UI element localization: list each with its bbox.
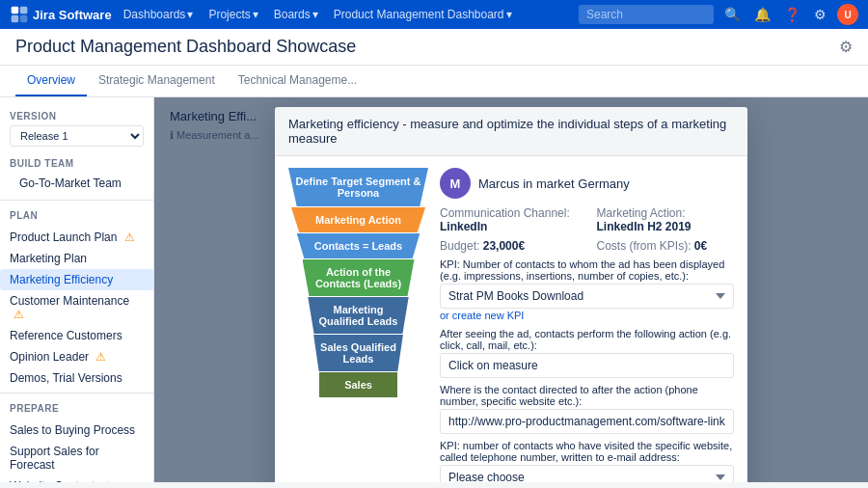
page-settings-button[interactable]: ⚙: [839, 38, 853, 56]
main-layout: VERSION Release 1 BUILD TEAM Go-To-Marke…: [0, 97, 868, 482]
sidebar-version-label: VERSION: [10, 111, 144, 122]
funnel-step-1: Define Target Segment & Persona: [288, 168, 428, 206]
form-section: M Marcus in market Germany Communication…: [440, 168, 734, 482]
sidebar-item-reference-customers[interactable]: Reference Customers: [0, 325, 153, 346]
modal-header: Marketing efficiency - measure and optim…: [275, 107, 747, 156]
modal-body: Define Target Segment & Persona Marketin…: [275, 156, 747, 482]
subnav-overview[interactable]: Overview: [15, 66, 87, 96]
nav-boards[interactable]: Boards ▾: [270, 8, 322, 21]
action-input[interactable]: [440, 353, 734, 378]
subnav-strategic[interactable]: Strategic Management: [87, 66, 227, 96]
user-avatar[interactable]: U: [837, 4, 858, 25]
funnel-step-4: Action of the Contacts (Leads): [303, 259, 415, 296]
sidebar-item-demos[interactable]: Demos, Trial Versions: [0, 367, 153, 389]
sidebar-item-marketing-efficiency[interactable]: Marketing Efficiency: [0, 269, 153, 290]
subnav-technical[interactable]: Technical Manageme...: [227, 66, 368, 96]
nav-dashboards[interactable]: Dashboards ▾: [120, 8, 198, 21]
top-navigation: Jira Software Dashboards ▾ Projects ▾ Bo…: [0, 0, 868, 29]
help-icon[interactable]: ❓: [781, 7, 803, 22]
sidebar-buildteam-section: BUILD TEAM Go-To-Market Team: [0, 152, 153, 196]
svg-rect-0: [12, 7, 19, 14]
website-label: Where is the contact directed to after t…: [440, 384, 734, 407]
kpi-contacts-label: KPI: Number of contacts to whom the ad h…: [440, 258, 734, 282]
sidebar-version-select[interactable]: Release 1: [10, 125, 144, 147]
funnel-step-7: Sales: [319, 372, 397, 397]
funnel-step-3: Contacts = Leads: [297, 233, 420, 258]
modal-overlay: Marketing efficiency - measure and optim…: [154, 97, 868, 482]
modal-content-row: Define Target Segment & Persona Marketin…: [288, 168, 734, 482]
sidebar-version-section: VERSION Release 1: [0, 105, 153, 152]
content-area: Marketing Effi... ℹ Measurement a... Mar…: [154, 97, 868, 482]
svg-rect-3: [20, 15, 28, 23]
budget-costs-row: Budget: 23,000€ Costs (from KPIs): 0€: [440, 239, 734, 253]
comm-channel-field: Communication Channel: LinkedIn: [440, 206, 578, 233]
modal-title: Marketing efficiency - measure and optim…: [288, 117, 726, 146]
sidebar-item-customer-maintenance[interactable]: Customer Maintenance ⚠: [0, 290, 153, 325]
svg-rect-1: [20, 7, 28, 14]
nav-product-dashboard[interactable]: Product Management Dashboard ▾: [330, 8, 516, 21]
kpi-contacts-create-link[interactable]: or create new KPI: [440, 310, 524, 321]
search-icon[interactable]: 🔍: [721, 7, 744, 22]
funnel-diagram: Define Target Segment & Persona Marketin…: [288, 168, 428, 482]
notifications-icon[interactable]: 🔔: [751, 7, 773, 22]
sidebar-item-marketing-plan[interactable]: Marketing Plan: [0, 248, 153, 269]
kpi-contacts-select[interactable]: Strat PM Books Download: [440, 284, 734, 309]
sub-navigation: Overview Strategic Management Technical …: [0, 66, 868, 97]
kpi-website-label: KPI: number of contacts who have visited…: [440, 440, 734, 463]
user-name: Marcus in market Germany: [478, 176, 630, 191]
svg-rect-2: [12, 15, 19, 23]
funnel-step-6: Sales Qualified Leads: [313, 335, 403, 371]
sidebar-plan-label: PLAN: [10, 210, 144, 221]
sidebar-item-support-sales[interactable]: Support Sales for Forecast: [0, 441, 153, 475]
sidebar-buildteam-label: BUILD TEAM: [10, 158, 144, 169]
sidebar-prepare-label: PREPARE: [10, 403, 144, 414]
marketing-action-field: Marketing Action: LinkedIn H2 2019: [597, 206, 735, 233]
app-name: Jira Software: [33, 8, 112, 22]
website-input[interactable]: [440, 409, 734, 434]
user-row: M Marcus in market Germany: [440, 168, 734, 199]
search-input[interactable]: [579, 5, 714, 24]
funnel-step-2: Marketing Action: [291, 207, 425, 232]
app-logo[interactable]: Jira Software: [10, 5, 112, 24]
modal-dialog: Marketing efficiency - measure and optim…: [275, 107, 747, 482]
sidebar-item-opinion-leader[interactable]: Opinion Leader ⚠: [0, 346, 153, 367]
user-avatar-modal: M: [440, 168, 471, 199]
comm-action-row: Communication Channel: LinkedIn Marketin…: [440, 206, 734, 233]
sidebar-item-sales-buying[interactable]: Sales to Buying Process: [0, 420, 153, 441]
sidebar-item-product-launch[interactable]: Product Launch Plan ⚠: [0, 227, 153, 248]
kpi-website-select[interactable]: Please choose: [440, 465, 734, 482]
sidebar-plan-section: PLAN: [0, 204, 153, 227]
sidebar: VERSION Release 1 BUILD TEAM Go-To-Marke…: [0, 97, 154, 482]
settings-icon[interactable]: ⚙: [811, 7, 829, 22]
page-header: Product Management Dashboard Showcase ⚙: [0, 29, 868, 66]
funnel-step-5: Marketing Qualified Leads: [308, 297, 408, 334]
sidebar-prepare-section: PREPARE: [0, 397, 153, 420]
sidebar-item-website-content[interactable]: Website Content ⚠: [0, 475, 153, 482]
action-label: After seeing the ad, contacts perform th…: [440, 328, 734, 351]
page-title: Product Management Dashboard Showcase: [15, 37, 356, 57]
sidebar-buildteam-value: Go-To-Market Team: [10, 173, 144, 194]
nav-projects[interactable]: Projects ▾: [204, 8, 261, 21]
